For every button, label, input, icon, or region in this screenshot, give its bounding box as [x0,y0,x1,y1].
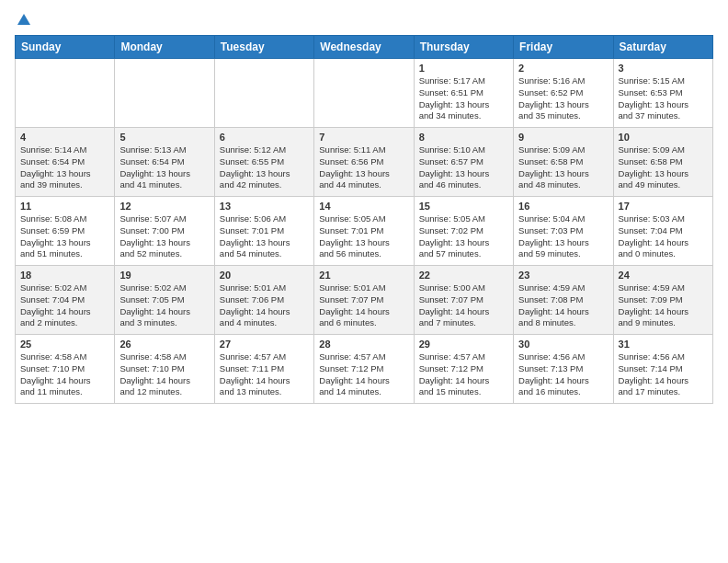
calendar-cell: 16Sunrise: 5:04 AM Sunset: 7:03 PM Dayli… [514,197,613,266]
weekday-header-sunday: Sunday [16,36,115,59]
cell-info: Sunrise: 5:09 AM Sunset: 6:58 PM Dayligh… [518,144,608,191]
calendar-cell: 13Sunrise: 5:06 AM Sunset: 7:01 PM Dayli… [214,197,313,266]
day-number: 13 [220,201,309,212]
calendar-cell: 26Sunrise: 4:58 AM Sunset: 7:10 PM Dayli… [115,335,214,404]
cell-info: Sunrise: 5:00 AM Sunset: 7:07 PM Dayligh… [419,282,508,329]
day-number: 4 [20,132,109,143]
cell-info: Sunrise: 4:56 AM Sunset: 7:14 PM Dayligh… [619,351,708,398]
calendar-week-row: 25Sunrise: 4:58 AM Sunset: 7:10 PM Dayli… [16,335,713,404]
cell-info: Sunrise: 5:02 AM Sunset: 7:05 PM Dayligh… [119,282,209,329]
calendar-cell [115,59,214,128]
day-number: 29 [419,339,508,350]
day-number: 9 [518,132,608,143]
calendar-cell: 19Sunrise: 5:02 AM Sunset: 7:05 PM Dayli… [115,266,214,335]
calendar-cell: 10Sunrise: 5:09 AM Sunset: 6:58 PM Dayli… [613,128,712,197]
day-number: 14 [319,201,408,212]
calendar-cell: 22Sunrise: 5:00 AM Sunset: 7:07 PM Dayli… [414,266,513,335]
cell-info: Sunrise: 4:57 AM Sunset: 7:12 PM Dayligh… [419,351,508,398]
cell-info: Sunrise: 5:08 AM Sunset: 6:59 PM Dayligh… [20,213,109,260]
day-number: 30 [518,339,608,350]
weekday-header-row: SundayMondayTuesdayWednesdayThursdayFrid… [16,36,713,59]
calendar-cell: 31Sunrise: 4:56 AM Sunset: 7:14 PM Dayli… [613,335,712,404]
calendar-cell: 2Sunrise: 5:16 AM Sunset: 6:52 PM Daylig… [514,59,613,128]
cell-info: Sunrise: 5:12 AM Sunset: 6:55 PM Dayligh… [220,144,309,191]
calendar-cell: 30Sunrise: 4:56 AM Sunset: 7:13 PM Dayli… [514,335,613,404]
day-number: 23 [518,270,608,281]
calendar-week-row: 1Sunrise: 5:17 AM Sunset: 6:51 PM Daylig… [16,59,713,128]
day-number: 25 [20,339,109,350]
calendar-cell: 27Sunrise: 4:57 AM Sunset: 7:11 PM Dayli… [214,335,313,404]
calendar-cell: 17Sunrise: 5:03 AM Sunset: 7:04 PM Dayli… [613,197,712,266]
weekday-header-thursday: Thursday [414,36,513,59]
cell-info: Sunrise: 5:13 AM Sunset: 6:54 PM Dayligh… [119,144,209,191]
cell-info: Sunrise: 5:01 AM Sunset: 7:06 PM Dayligh… [220,282,309,329]
calendar-cell: 20Sunrise: 5:01 AM Sunset: 7:06 PM Dayli… [214,266,313,335]
cell-info: Sunrise: 5:05 AM Sunset: 7:01 PM Dayligh… [319,213,408,260]
weekday-header-monday: Monday [115,36,214,59]
weekday-header-wednesday: Wednesday [314,36,414,59]
day-number: 26 [119,339,209,350]
calendar-cell: 12Sunrise: 5:07 AM Sunset: 7:00 PM Dayli… [115,197,214,266]
day-number: 22 [419,270,508,281]
logo-triangle-icon [17,14,30,25]
day-number: 27 [220,339,309,350]
calendar-cell: 9Sunrise: 5:09 AM Sunset: 6:58 PM Daylig… [514,128,613,197]
calendar-week-row: 11Sunrise: 5:08 AM Sunset: 6:59 PM Dayli… [16,197,713,266]
calendar-cell [314,59,414,128]
day-number: 24 [619,270,708,281]
day-number: 28 [319,339,408,350]
cell-info: Sunrise: 5:11 AM Sunset: 6:56 PM Dayligh… [319,144,408,191]
calendar-cell: 28Sunrise: 4:57 AM Sunset: 7:12 PM Dayli… [314,335,414,404]
weekday-header-friday: Friday [514,36,613,59]
cell-info: Sunrise: 5:09 AM Sunset: 6:58 PM Dayligh… [619,144,708,191]
day-number: 17 [619,201,708,212]
day-number: 1 [419,63,508,74]
cell-info: Sunrise: 5:05 AM Sunset: 7:02 PM Dayligh… [419,213,508,260]
day-number: 3 [619,63,708,74]
cell-info: Sunrise: 5:17 AM Sunset: 6:51 PM Dayligh… [419,75,508,122]
day-number: 18 [20,270,109,281]
day-number: 15 [419,201,508,212]
calendar-cell: 3Sunrise: 5:15 AM Sunset: 6:53 PM Daylig… [613,59,712,128]
day-number: 10 [619,132,708,143]
day-number: 16 [518,201,608,212]
cell-info: Sunrise: 4:58 AM Sunset: 7:10 PM Dayligh… [119,351,209,398]
calendar-cell: 23Sunrise: 4:59 AM Sunset: 7:08 PM Dayli… [514,266,613,335]
calendar-week-row: 18Sunrise: 5:02 AM Sunset: 7:04 PM Dayli… [16,266,713,335]
cell-info: Sunrise: 4:57 AM Sunset: 7:11 PM Dayligh… [220,351,309,398]
cell-info: Sunrise: 4:59 AM Sunset: 7:08 PM Dayligh… [518,282,608,329]
cell-info: Sunrise: 5:15 AM Sunset: 6:53 PM Dayligh… [619,75,708,122]
cell-info: Sunrise: 5:01 AM Sunset: 7:07 PM Dayligh… [319,282,408,329]
day-number: 2 [518,63,608,74]
cell-info: Sunrise: 5:07 AM Sunset: 7:00 PM Dayligh… [119,213,209,260]
day-number: 19 [119,270,209,281]
page-header [15,15,713,24]
day-number: 5 [119,132,209,143]
cell-info: Sunrise: 5:14 AM Sunset: 6:54 PM Dayligh… [20,144,109,191]
day-number: 31 [619,339,708,350]
day-number: 7 [319,132,408,143]
calendar-cell: 11Sunrise: 5:08 AM Sunset: 6:59 PM Dayli… [16,197,115,266]
calendar-cell: 25Sunrise: 4:58 AM Sunset: 7:10 PM Dayli… [16,335,115,404]
calendar-cell: 6Sunrise: 5:12 AM Sunset: 6:55 PM Daylig… [214,128,313,197]
cell-info: Sunrise: 5:06 AM Sunset: 7:01 PM Dayligh… [220,213,309,260]
day-number: 21 [319,270,408,281]
cell-info: Sunrise: 5:10 AM Sunset: 6:57 PM Dayligh… [419,144,508,191]
calendar-cell: 4Sunrise: 5:14 AM Sunset: 6:54 PM Daylig… [16,128,115,197]
calendar-table: SundayMondayTuesdayWednesdayThursdayFrid… [15,35,713,404]
logo [15,15,30,24]
cell-info: Sunrise: 4:56 AM Sunset: 7:13 PM Dayligh… [518,351,608,398]
day-number: 8 [419,132,508,143]
day-number: 6 [220,132,309,143]
cell-info: Sunrise: 5:04 AM Sunset: 7:03 PM Dayligh… [518,213,608,260]
calendar-cell: 15Sunrise: 5:05 AM Sunset: 7:02 PM Dayli… [414,197,513,266]
weekday-header-saturday: Saturday [613,36,712,59]
cell-info: Sunrise: 5:03 AM Sunset: 7:04 PM Dayligh… [619,213,708,260]
weekday-header-tuesday: Tuesday [214,36,313,59]
calendar-cell: 24Sunrise: 4:59 AM Sunset: 7:09 PM Dayli… [613,266,712,335]
cell-info: Sunrise: 4:59 AM Sunset: 7:09 PM Dayligh… [619,282,708,329]
calendar-cell: 18Sunrise: 5:02 AM Sunset: 7:04 PM Dayli… [16,266,115,335]
calendar-cell: 14Sunrise: 5:05 AM Sunset: 7:01 PM Dayli… [314,197,414,266]
calendar-cell: 7Sunrise: 5:11 AM Sunset: 6:56 PM Daylig… [314,128,414,197]
cell-info: Sunrise: 5:16 AM Sunset: 6:52 PM Dayligh… [518,75,608,122]
